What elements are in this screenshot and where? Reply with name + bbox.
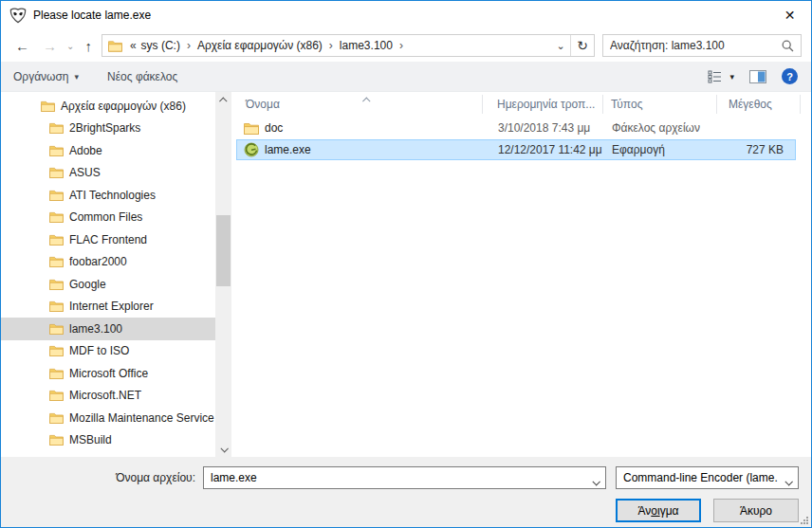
search-box[interactable]: Αναζήτηση: lame3.100 xyxy=(602,34,802,57)
cancel-button[interactable]: Άκυρο xyxy=(713,499,799,522)
file-name-cell: lame.exe xyxy=(237,142,484,157)
file-list: Όνομα Ημερομηνία τροπ... Τύπος Μέγεθος d… xyxy=(231,92,811,457)
file-type: Φάκελος αρχείων xyxy=(604,121,718,135)
filename-row: Όνομα αρχείου: lame.exe Command-line Enc… xyxy=(1,466,811,489)
breadcrumb-separator-icon[interactable]: › xyxy=(396,39,407,52)
file-row-doc[interactable]: doc 3/10/2018 7:43 μμ Φάκελος αρχείων xyxy=(236,118,796,138)
tree-item-common-files[interactable]: Common Files xyxy=(1,207,215,229)
search-input[interactable]: Αναζήτηση: lame3.100 xyxy=(610,39,782,52)
close-icon: ✕ xyxy=(784,8,796,23)
filetype-value: Command-line Encoder (lame. xyxy=(623,471,778,484)
window-title: Please locate lame.exe xyxy=(33,9,151,22)
column-header-date-modified[interactable]: Ημερομηνία τροπ... xyxy=(483,95,603,114)
help-button[interactable]: ? xyxy=(782,68,798,84)
tree-item-label: 2BrightSparks xyxy=(69,121,140,135)
scrollbar-thumb[interactable] xyxy=(216,215,231,286)
breadcrumb-separator-icon[interactable]: › xyxy=(325,39,337,52)
open-label-prefix: Άν xyxy=(638,504,652,518)
resize-grip[interactable] xyxy=(800,516,809,525)
folder-tree-sidebar: Αρχεία εφαρμογών (x86) 2BrightSparks Ado… xyxy=(1,92,231,457)
chevron-down-icon: ▾ xyxy=(75,72,80,82)
preview-pane-icon xyxy=(749,70,766,83)
tree-item-microsoft-office[interactable]: Microsoft Office xyxy=(1,362,215,385)
tree-item-label: Microsoft.NET xyxy=(69,389,141,402)
tree-item-flac-frontend[interactable]: FLAC Frontend xyxy=(1,228,215,251)
details-view-icon xyxy=(708,70,725,83)
filename-value: lame.exe xyxy=(211,471,257,484)
tree-item-mdf-to-iso[interactable]: MDF to ISO xyxy=(1,340,215,363)
tree-item-microsoft-net[interactable]: Microsoft.NET xyxy=(1,385,215,408)
forward-button[interactable]: → xyxy=(36,39,64,53)
refresh-icon[interactable]: ↻ xyxy=(571,38,594,53)
tree-item-foobar2000[interactable]: foobar2000 xyxy=(1,251,215,274)
tree-item-google[interactable]: Google xyxy=(1,273,215,296)
tree-item-label: lame3.100 xyxy=(69,322,122,336)
file-name: lame.exe xyxy=(265,143,311,156)
views-button[interactable]: ▾ xyxy=(708,70,734,83)
tree-item-mozilla-maintenance[interactable]: Mozilla Maintenance Service xyxy=(1,407,215,429)
address-dropdown-icon[interactable]: ⌄ xyxy=(551,40,570,52)
tree-scrollbar[interactable] xyxy=(215,92,231,457)
recent-locations-button[interactable]: ⌄ xyxy=(64,41,77,51)
folder-icon xyxy=(49,211,64,223)
chevron-down-icon[interactable] xyxy=(593,475,599,488)
back-button[interactable]: ← xyxy=(9,39,36,53)
tree-item-asus[interactable]: ASUS xyxy=(1,162,215,185)
folder-icon xyxy=(49,279,64,290)
open-button[interactable]: Άνοιγμα xyxy=(616,499,701,522)
folder-icon xyxy=(49,390,64,401)
tree-item-ati-technologies[interactable]: ATI Technologies xyxy=(1,184,215,207)
file-row-lame-exe[interactable]: lame.exe 12/12/2017 11:42 μμ Εφαρμογή 72… xyxy=(236,139,796,160)
breadcrumb-separator-icon[interactable]: › xyxy=(183,39,194,52)
filename-input[interactable]: lame.exe xyxy=(203,466,606,489)
folder-icon xyxy=(49,368,64,379)
folder-icon xyxy=(41,100,55,112)
help-icon: ? xyxy=(782,68,798,84)
column-header-size[interactable]: Μέγεθος xyxy=(717,95,801,114)
close-button[interactable]: ✕ xyxy=(768,2,811,29)
folder-icon xyxy=(49,300,64,312)
new-folder-button[interactable]: Νέος φάκελος xyxy=(107,70,177,83)
dialog-footer: Όνομα αρχείου: lame.exe Command-line Enc… xyxy=(1,457,811,528)
tree-item-program-files[interactable]: Αρχεία εφαρμογών (x86) xyxy=(1,95,215,118)
folder-icon xyxy=(108,40,122,52)
tree-item-label: Internet Explorer xyxy=(69,300,154,313)
tree-item-internet-explorer[interactable]: Internet Explorer xyxy=(1,296,215,319)
cancel-label: Άκυρο xyxy=(740,504,772,518)
scroll-down-icon[interactable] xyxy=(215,441,231,457)
filetype-select[interactable]: Command-line Encoder (lame. xyxy=(616,466,799,489)
tree-item-label: Common Files xyxy=(69,210,142,224)
scroll-up-icon[interactable] xyxy=(215,92,231,108)
tree-item-msbuild[interactable]: MSBuild xyxy=(1,429,215,452)
tree-item-label: Αρχεία εφαρμογών (x86) xyxy=(61,100,186,113)
file-name: doc xyxy=(265,121,283,135)
file-date: 3/10/2018 7:43 μμ xyxy=(484,121,604,135)
folder-icon xyxy=(49,122,64,134)
address-bar[interactable]: « sys (C:) › Αρχεία εφαρμογών (x86) › la… xyxy=(102,34,595,57)
tree-item-label: Adobe xyxy=(69,144,102,157)
breadcrumb-overflow[interactable]: « xyxy=(128,39,138,52)
open-label-accel: οι xyxy=(651,504,659,518)
file-name-cell: doc xyxy=(237,121,484,135)
folder-icon xyxy=(244,122,259,135)
organize-button[interactable]: Οργάνωση ▾ xyxy=(13,70,79,83)
column-header-type[interactable]: Τύπος xyxy=(603,95,717,114)
column-header-name[interactable]: Όνομα xyxy=(231,95,483,114)
preview-pane-button[interactable] xyxy=(749,70,766,83)
tree-item-label: foobar2000 xyxy=(69,255,127,268)
tree-item-lame3100[interactable]: lame3.100 xyxy=(1,318,215,340)
breadcrumb-item-program-files[interactable]: Αρχεία εφαρμογών (x86) xyxy=(194,39,325,52)
tree-item-adobe[interactable]: Adobe xyxy=(1,139,215,162)
tree-item-label: MSBuild xyxy=(69,433,112,446)
folder-icon xyxy=(49,434,64,446)
file-size: 727 KB xyxy=(718,143,789,156)
breadcrumb-item-drive[interactable]: sys (C:) xyxy=(138,39,183,52)
tree-item-label: ATI Technologies xyxy=(69,189,156,202)
folder-icon xyxy=(49,145,64,156)
tree-item-2brightsparks[interactable]: 2BrightSparks xyxy=(1,118,215,140)
folder-tree: Αρχεία εφαρμογών (x86) 2BrightSparks Ado… xyxy=(1,92,215,457)
folder-icon xyxy=(49,234,64,246)
breadcrumb-item-lame[interactable]: lame3.100 xyxy=(337,39,396,52)
up-button[interactable]: ↑ xyxy=(77,39,102,53)
titlebar: Please locate lame.exe ✕ xyxy=(1,1,811,29)
